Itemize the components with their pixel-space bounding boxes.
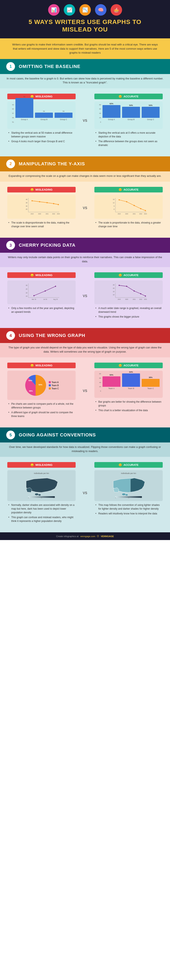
line-icon: 📈 <box>64 4 75 16</box>
section-1: 1 OMITTING THE BASELINE In most cases, t… <box>0 59 170 156</box>
footer-brand: VENNGAGE <box>101 535 114 538</box>
misleading-badge-3: 😞 MISLEADING <box>7 272 76 278</box>
section-3-comparison: 😞 MISLEADING 30 25 20 15 Mar '20 Jul '20… <box>0 267 170 328</box>
svg-text:64%: 64% <box>29 380 32 382</box>
pie-icon: 🥧 <box>111 4 122 16</box>
section-3-accurate-bullets: A much wider date range is graphed, reve… <box>94 306 163 318</box>
section-2-number: 2 <box>6 159 15 168</box>
section-1-title: OMITTING THE BASELINE <box>19 64 80 69</box>
svg-point-27 <box>119 199 119 200</box>
section-4-misleading: 😞 MISLEADING <box>4 360 79 422</box>
section-2-misleading-bullets: The scale is disproportionate to the dat… <box>7 221 76 228</box>
svg-point-55 <box>119 285 119 286</box>
svg-text:2023: 2023 <box>144 299 147 300</box>
footer-brand-icon: ⬡ <box>97 535 99 538</box>
svg-point-11 <box>32 200 32 201</box>
svg-text:40: 40 <box>140 497 142 498</box>
section-2-accurate-chart: 15 12 9 6 2019 2020 2021 2022 2023 <box>94 195 163 219</box>
svg-text:25: 25 <box>26 288 27 290</box>
svg-text:Jul '20: Jul '20 <box>43 299 47 300</box>
svg-text:2023: 2023 <box>144 213 147 215</box>
section-4-accurate: 😊 ACCURATE 80 60 40 20 0 50% <box>91 360 166 422</box>
section-1-number: 1 <box>6 62 15 71</box>
page-title: 5 WAYS WRITERS USE GRAPHS TO MISLEAD YOU <box>8 18 162 33</box>
svg-point-13 <box>46 202 48 203</box>
section-3-accurate-chart: 25 20 15 10 2019 2020 2021 2022 2023 <box>94 280 163 304</box>
accurate-line-chart-2: 15 12 9 6 2019 2020 2021 2022 2023 <box>97 197 160 216</box>
section-3-title: CHERRY PICKING DATA <box>19 242 75 248</box>
svg-text:20: 20 <box>26 292 27 294</box>
svg-text:2022: 2022 <box>52 213 55 215</box>
svg-point-43 <box>55 286 56 287</box>
section-5-misleading-chart: Individuals per km <box>7 470 76 501</box>
section-2-accurate-bullets: The scale is proportionate to the data, … <box>94 221 163 228</box>
section-4-title: USING THE WRONG GRAPH <box>19 333 85 338</box>
svg-point-28 <box>126 201 127 202</box>
section-2-comparison: 😞 MISLEADING 40 35 30 25 2019 2020 2021 … <box>0 181 170 238</box>
chart-icon: 📊 <box>48 4 60 16</box>
svg-text:25: 25 <box>113 284 114 286</box>
section-1-accurate: 😊 ACCURATE 80 60 40 20 0 62% <box>91 91 166 151</box>
svg-point-56 <box>126 286 127 287</box>
pie-chart: 50% 38% 64% <box>24 374 47 397</box>
section-1-misleading-chart: 63 60 57 54 51 62 Group A <box>7 102 76 129</box>
section-5-accurate-chart: Individuals per km <box>94 470 163 501</box>
section-4-accurate-chart: 80 60 40 20 0 50% Team A <box>94 371 163 398</box>
section-2: 2 MANIPULATING THE Y-AXIS Expanding or c… <box>0 156 170 238</box>
svg-point-59 <box>145 296 146 296</box>
accurate-line-chart-3: 25 20 15 10 2019 2020 2021 2022 2023 <box>97 283 160 301</box>
svg-text:25: 25 <box>26 208 27 210</box>
svg-text:2019: 2019 <box>31 213 34 215</box>
section-1-accurate-bullets: Starting the vertical axis at 0 offers a… <box>94 131 163 147</box>
section-4-misleading-chart: 50% 38% 64% Team A Team B <box>7 371 76 400</box>
section-3-title-bar: 3 CHERRY PICKING DATA <box>0 238 170 253</box>
section-4-accurate-bullets: Bar graphs are better for showing the di… <box>94 400 163 412</box>
svg-text:0: 0 <box>115 497 116 498</box>
svg-point-63 <box>35 493 38 495</box>
svg-text:20: 20 <box>41 497 42 498</box>
section-1-misleading-bullets: Starting the vertical axis at 50 makes a… <box>7 131 76 143</box>
misleading-badge-5: 😞 MISLEADING <box>7 462 76 468</box>
svg-text:2019: 2019 <box>118 213 121 215</box>
header: 📊 📈 📉 🧠 🥧 5 WAYS WRITERS USE GRAPHS TO M… <box>0 0 170 38</box>
svg-text:2019: 2019 <box>118 299 121 300</box>
svg-point-30 <box>140 208 141 209</box>
svg-text:35: 35 <box>26 202 27 204</box>
svg-text:15: 15 <box>26 295 27 297</box>
section-2-title-bar: 2 MANIPULATING THE Y-AXIS <box>0 156 170 172</box>
section-3-misleading-bullets: Only a few months out of the year are gr… <box>7 306 76 314</box>
svg-point-41 <box>33 295 34 296</box>
svg-text:12: 12 <box>113 202 114 204</box>
svg-text:38%: 38% <box>29 390 33 392</box>
section-5-number: 5 <box>6 431 15 439</box>
accurate-badge-3: 😊 ACCURATE <box>94 272 163 278</box>
section-5-accurate-bullets: This map follows the convention of using… <box>94 503 163 515</box>
section-5-desc: Over time, we have developed standards f… <box>0 442 170 457</box>
vs-1: VS <box>81 91 89 151</box>
svg-text:20: 20 <box>113 287 114 289</box>
section-4-number: 4 <box>6 331 15 340</box>
svg-text:2020: 2020 <box>125 213 128 215</box>
section-3-accurate: 😊 ACCURATE 25 20 15 10 2019 2020 2021 20… <box>91 269 166 323</box>
svg-point-14 <box>53 203 54 204</box>
svg-point-57 <box>133 290 135 291</box>
misleading-line-chart-3: 30 25 20 15 Mar '20 Jul '20 Aug '20 <box>10 283 73 301</box>
section-3-desc: Writers may only include certain data po… <box>0 253 170 267</box>
vs-3: VS <box>81 269 89 323</box>
section-3-number: 3 <box>6 241 15 250</box>
section-2-misleading: 😞 MISLEADING 40 35 30 25 2019 2020 2021 … <box>4 184 79 232</box>
svg-point-42 <box>44 290 46 291</box>
svg-point-15 <box>58 204 59 205</box>
vs-5: VS <box>81 459 89 527</box>
section-2-desc: Expanding or compressing the scale on a … <box>0 172 170 182</box>
svg-text:2021: 2021 <box>133 213 136 215</box>
accurate-badge-2: 😊 ACCURATE <box>94 187 163 192</box>
footer-site-link[interactable]: venngage.com <box>80 535 95 538</box>
section-1-misleading: 😞 MISLEADING 63 60 57 54 51 <box>4 91 79 151</box>
section-3: 3 CHERRY PICKING DATA Writers may only i… <box>0 238 170 328</box>
intro-text: Writers use graphs to make their informa… <box>10 43 160 55</box>
section-4-comparison: 😞 MISLEADING <box>0 357 170 428</box>
section-1-desc: In most cases, the baseline for a graph … <box>0 74 170 88</box>
section-4: 4 USING THE WRONG GRAPH The type of grap… <box>0 328 170 428</box>
accurate-map: 0 20 40 <box>97 475 160 498</box>
